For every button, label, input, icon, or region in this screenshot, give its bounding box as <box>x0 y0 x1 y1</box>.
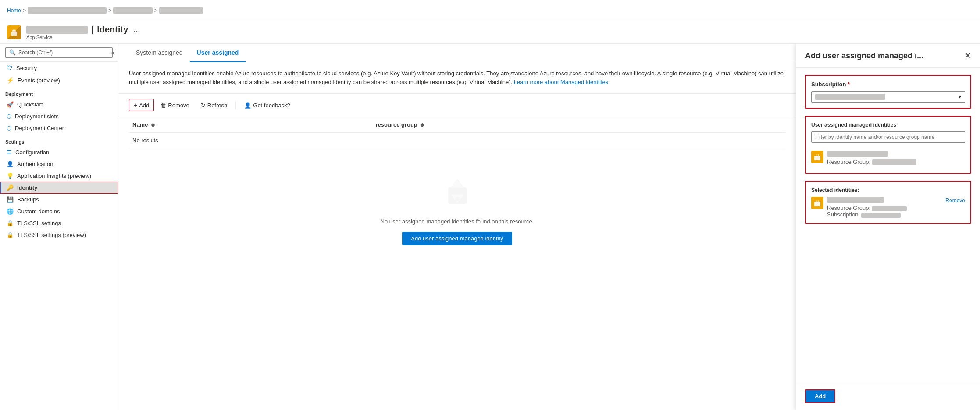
remove-button[interactable]: 🗑 Remove <box>156 99 194 111</box>
selected-remove-button[interactable]: Remove <box>945 198 965 204</box>
selected-details: Resource Group: Subscription: <box>827 197 907 218</box>
top-bar: Home > > > <box>0 0 980 21</box>
sidebar-item-label: Authentication <box>17 161 53 167</box>
selected-rg-value <box>872 206 907 211</box>
cube2-icon: ⬡ <box>7 125 11 131</box>
sidebar-item-quickstart[interactable]: 🚀 Quickstart <box>0 99 118 110</box>
col-resource-group[interactable]: resource group <box>372 117 785 133</box>
sidebar-item-label: TLS/SSL settings (preview) <box>17 232 86 238</box>
identity-name <box>827 151 888 157</box>
lightning-icon: ⚡ <box>7 77 14 84</box>
panel-header: Add user assigned managed i... ✕ <box>796 44 980 68</box>
svg-point-12 <box>816 200 818 202</box>
search-input[interactable]: 🔍 Search (Ctrl+/) <box>5 47 113 58</box>
svg-point-6 <box>455 197 460 201</box>
sidebar-item-custom-domains[interactable]: 🌐 Custom domains <box>0 205 118 217</box>
sidebar-item-label: Events (preview) <box>18 77 60 84</box>
sidebar-item-deployment-slots[interactable]: ⬡ Deployment slots <box>0 110 118 122</box>
identity-list-item[interactable]: Resource Group: <box>811 148 965 168</box>
svg-marker-4 <box>451 179 464 188</box>
resource-name-blur <box>26 26 88 34</box>
app-service-icon <box>7 25 21 39</box>
sidebar-item-deployment-center[interactable]: ⬡ Deployment Center <box>0 122 118 134</box>
sidebar-item-tls-ssl-preview[interactable]: 🔒 TLS/SSL settings (preview) <box>0 229 118 241</box>
toolbar: + Add 🗑 Remove ↻ Refresh 👤 Got feedback? <box>118 94 796 117</box>
breadcrumb-item3 <box>159 7 203 14</box>
bars-icon: ☰ <box>7 149 12 156</box>
bulb-icon: 💡 <box>7 173 14 179</box>
sidebar-item-label: TLS/SSL settings <box>17 220 61 226</box>
no-results-text: No results <box>129 133 372 148</box>
selected-identity-icon <box>811 197 823 209</box>
breadcrumb-item1 <box>28 7 107 14</box>
breadcrumb-home[interactable]: Home <box>7 7 21 14</box>
learn-more-link[interactable]: Learn more about Managed identities. <box>514 79 610 85</box>
sidebar-section-deployment: Deployment <box>0 86 118 99</box>
title-bar: | Identity ... App Service <box>0 21 980 44</box>
title-area: | Identity ... App Service <box>26 25 142 40</box>
refresh-label: Refresh <box>207 102 228 109</box>
panel-footer: Add <box>796 382 980 410</box>
sidebar-item-application-insights[interactable]: 💡 Application Insights (preview) <box>0 170 118 182</box>
person-icon: 👤 <box>7 161 14 167</box>
ellipsis-button[interactable]: ... <box>132 25 142 34</box>
sidebar-item-label: Application Insights (preview) <box>17 173 91 179</box>
empty-add-button[interactable]: Add user assigned managed identity <box>402 232 512 245</box>
ssl2-icon: 🔒 <box>7 232 14 238</box>
sidebar-item-identity[interactable]: 🔑 Identity <box>0 182 118 194</box>
selected-sub: Subscription: <box>827 211 907 218</box>
sidebar-item-tls-ssl[interactable]: 🔒 TLS/SSL settings <box>0 217 118 229</box>
tab-system-assigned[interactable]: System assigned <box>129 44 190 62</box>
selected-rg: Resource Group: <box>827 205 907 211</box>
sidebar-item-label: Backups <box>17 196 39 203</box>
sidebar-item-authentication[interactable]: 👤 Authentication <box>0 158 118 170</box>
chevron-down-icon: ▾ <box>959 94 961 100</box>
cube-icon: ⬡ <box>7 113 11 120</box>
tab-user-assigned[interactable]: User assigned <box>190 44 246 62</box>
breadcrumb-sep2: > <box>108 7 111 14</box>
sort-rg-icon <box>421 123 424 127</box>
subscription-value <box>815 94 885 100</box>
feedback-button[interactable]: 👤 Got feedback? <box>239 99 295 111</box>
app-service-subtitle: App Service <box>26 35 142 40</box>
toolbar-separator <box>235 101 236 110</box>
add-button[interactable]: + Add <box>129 99 154 111</box>
selected-section: Selected identities: <box>805 181 971 224</box>
sidebar: 🔍 Search (Ctrl+/) « 🛡 Security ⚡ Events … <box>0 44 118 410</box>
identities-table: Name resource group <box>129 117 785 148</box>
search-icon: 🔍 <box>9 49 16 56</box>
content-area: System assigned User assigned User assig… <box>118 44 796 410</box>
sidebar-item-events[interactable]: ⚡ Events (preview) <box>0 74 118 86</box>
feedback-icon: 👤 <box>244 102 251 109</box>
page-title: Identity <box>97 25 128 35</box>
backup-icon: 💾 <box>7 196 14 203</box>
sidebar-section-settings: Settings <box>0 134 118 146</box>
filter-input[interactable] <box>811 131 965 143</box>
col-name[interactable]: Name <box>129 117 372 133</box>
feedback-label: Got feedback? <box>253 102 290 109</box>
sort-name-icon <box>151 123 155 127</box>
sidebar-collapse-button[interactable]: « <box>111 49 114 56</box>
refresh-button[interactable]: ↻ Refresh <box>196 99 232 111</box>
identity-rg: Resource Group: <box>827 159 916 165</box>
plus-icon: + <box>134 102 137 109</box>
sidebar-item-backups[interactable]: 💾 Backups <box>0 194 118 205</box>
selected-item: Resource Group: Subscription: Remove <box>811 197 965 218</box>
sidebar-item-label: Deployment slots <box>15 113 59 120</box>
title-separator: | <box>91 25 93 35</box>
selected-label: Selected identities: <box>811 187 965 193</box>
breadcrumb-sep1: > <box>23 7 26 14</box>
sidebar-item-security[interactable]: 🛡 Security <box>0 62 118 74</box>
subscription-label: Subscription * <box>811 81 965 88</box>
sidebar-item-label: Quickstart <box>17 101 43 108</box>
subscription-section: Subscription * ▾ <box>805 75 971 109</box>
remove-icon: 🗑 <box>160 102 166 109</box>
sidebar-item-label: Security <box>16 65 37 71</box>
sidebar-item-configuration[interactable]: ☰ Configuration <box>0 146 118 158</box>
domain-icon: 🌐 <box>7 208 14 215</box>
panel-close-button[interactable]: ✕ <box>965 51 971 60</box>
subscription-select[interactable]: ▾ <box>811 91 965 102</box>
table-row-no-results: No results <box>129 133 785 148</box>
description-section: User assigned managed identities enable … <box>118 62 796 94</box>
panel-add-button[interactable]: Add <box>805 389 835 403</box>
